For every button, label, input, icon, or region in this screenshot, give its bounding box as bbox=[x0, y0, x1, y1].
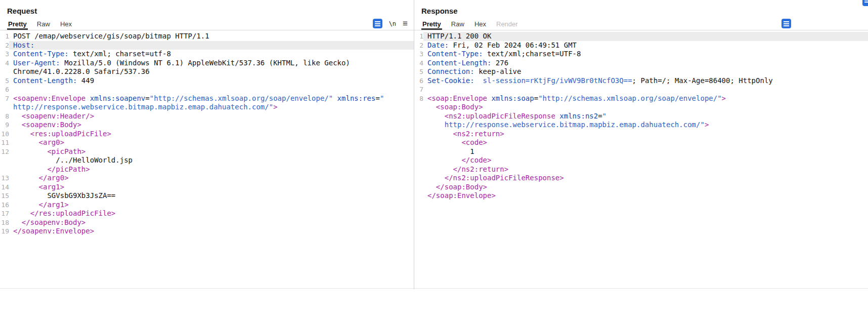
token: SGVsbG9Xb3JsZA== bbox=[13, 191, 115, 200]
code-line: 14 <arg1> bbox=[0, 183, 414, 192]
line-number: 4 bbox=[0, 59, 9, 68]
token: <code> bbox=[461, 138, 487, 146]
code-line: 2Host: bbox=[0, 41, 414, 50]
token: <picPath> bbox=[47, 147, 85, 155]
code-text: <soap:Envelope xmlns:soap="http://schema… bbox=[423, 94, 868, 103]
line-number: 4 bbox=[414, 59, 423, 68]
tab-pretty[interactable]: Pretty bbox=[417, 17, 446, 30]
code-line: 5Connection: keep-alive bbox=[414, 67, 868, 76]
token: </code> bbox=[461, 156, 491, 164]
token: HTTP/1.1 200 OK bbox=[427, 32, 491, 40]
inspector-icon[interactable] bbox=[862, 0, 868, 6]
code-line: <code> bbox=[414, 138, 868, 147]
pretty-format-icon[interactable] bbox=[782, 19, 791, 28]
code-line: 6Set-Cookie: sl-session=rKtjFg/ivWV9Br0t… bbox=[414, 76, 868, 86]
token: User-Agent: bbox=[13, 59, 60, 67]
code-text: </soapenv:Envelope> bbox=[9, 227, 414, 236]
pretty-format-icon[interactable] bbox=[373, 19, 382, 28]
token bbox=[427, 174, 445, 182]
code-text: Content-Length: 449 bbox=[9, 76, 414, 86]
request-editor[interactable]: 1POST /emap/webservice/gis/soap/bitmap H… bbox=[0, 30, 414, 289]
code-line: 8 <soapenv:Header/> bbox=[0, 112, 414, 121]
line-number: 1 bbox=[0, 32, 9, 41]
token bbox=[13, 174, 39, 182]
token bbox=[13, 130, 30, 138]
token: Set-Cookie: bbox=[427, 76, 474, 85]
code-text: </code> bbox=[423, 156, 868, 165]
token: "http://schemas.xmlsoap.org/soap/envelop… bbox=[538, 94, 721, 102]
tab-raw[interactable]: Raw bbox=[32, 17, 55, 30]
token: sl-session=rKtjFg/ivWV9Br0tNcfO3Q== bbox=[483, 76, 632, 85]
token bbox=[13, 183, 39, 191]
request-title: Request bbox=[0, 0, 414, 17]
token: text/xml;charset=UTF-8 bbox=[483, 50, 581, 58]
code-text: <soapenv:Header/> bbox=[9, 112, 414, 121]
token: keep-alive bbox=[474, 67, 522, 75]
response-editor[interactable]: 1HTTP/1.1 200 OK2Date: Fri, 02 Feb 2024 … bbox=[414, 30, 868, 289]
code-text: <arg0> bbox=[9, 138, 414, 147]
code-line: 1HTTP/1.1 200 OK bbox=[414, 32, 868, 41]
newline-toggle-button[interactable]: \n bbox=[389, 20, 396, 27]
response-tabs: PrettyRawHexRender bbox=[417, 17, 523, 30]
line-number: 19 bbox=[0, 227, 9, 236]
token: Connection: bbox=[427, 67, 474, 75]
code-line: 7 bbox=[414, 85, 868, 94]
code-text: <soap:Body> bbox=[423, 103, 868, 112]
token: text/xml; charset=utf-8 bbox=[69, 50, 171, 58]
line-number: 16 bbox=[0, 201, 9, 210]
token bbox=[427, 103, 436, 111]
code-line: 11 <arg0> bbox=[0, 138, 414, 147]
token bbox=[13, 165, 47, 173]
token: > bbox=[705, 121, 709, 129]
request-panel: Request PrettyRawHex \n ≡ 1POST /emap/we… bbox=[0, 0, 414, 316]
line-number: 2 bbox=[414, 41, 423, 50]
line-number: 14 bbox=[0, 183, 9, 192]
line-number: 8 bbox=[0, 112, 9, 121]
token: <ns2:uploadPicFileResponse bbox=[445, 112, 555, 120]
line-number: 2 bbox=[0, 41, 9, 50]
editor-menu-icon[interactable]: ≡ bbox=[403, 19, 408, 28]
line-number: 6 bbox=[0, 85, 9, 94]
token: 276 bbox=[491, 59, 508, 67]
code-text: 1 bbox=[423, 147, 868, 156]
code-text: Content-Type: text/xml;charset=UTF-8 bbox=[423, 50, 868, 59]
code-line: 18 </soapenv:Body> bbox=[0, 218, 414, 227]
token bbox=[13, 147, 47, 155]
line-number: 7 bbox=[0, 94, 9, 103]
token: Content-Length: bbox=[427, 59, 491, 67]
token: </res:uploadPicFile> bbox=[30, 209, 116, 217]
tab-pretty[interactable]: Pretty bbox=[3, 17, 32, 30]
token: </soapenv:Envelope> bbox=[13, 227, 94, 235]
token: </picPath> bbox=[47, 165, 90, 173]
line-number: 3 bbox=[414, 50, 423, 59]
tab-hex[interactable]: Hex bbox=[55, 17, 77, 30]
line-number: 13 bbox=[0, 174, 9, 183]
token: " bbox=[380, 94, 384, 102]
code-text: </picPath> bbox=[9, 165, 414, 174]
token: > bbox=[722, 94, 726, 102]
code-line: 12 <picPath> bbox=[0, 147, 414, 156]
response-toolbar bbox=[782, 19, 791, 28]
token bbox=[427, 130, 453, 138]
token: <soapenv:Body> bbox=[22, 121, 81, 129]
code-text: Content-Length: 276 bbox=[423, 59, 868, 68]
token bbox=[13, 209, 30, 217]
code-text: </soap:Body> bbox=[423, 183, 868, 192]
line-number: 12 bbox=[0, 147, 9, 156]
code-text: </ns2:return> bbox=[423, 165, 868, 174]
response-tabbar: PrettyRawHexRender bbox=[414, 17, 868, 30]
line-number: 8 bbox=[414, 94, 423, 103]
code-text: http://response.webservice.bitmap.mapbiz… bbox=[9, 103, 414, 112]
code-text: </soapenv:Body> bbox=[9, 218, 414, 227]
token: Chrome/41.0.2228.0 Safari/537.36 bbox=[13, 67, 150, 75]
token: <ns2:return> bbox=[453, 130, 504, 138]
code-line: 1 bbox=[414, 147, 868, 156]
tab-hex[interactable]: Hex bbox=[469, 17, 491, 30]
code-line: 16 </arg1> bbox=[0, 201, 414, 210]
token: " bbox=[602, 112, 606, 120]
token bbox=[427, 121, 445, 129]
code-text: Connection: keep-alive bbox=[423, 67, 868, 76]
tab-raw[interactable]: Raw bbox=[446, 17, 469, 30]
code-text: <ns2:return> bbox=[423, 130, 868, 139]
code-line: 7<soapenv:Envelope xmlns:soapenv="http:/… bbox=[0, 94, 414, 103]
